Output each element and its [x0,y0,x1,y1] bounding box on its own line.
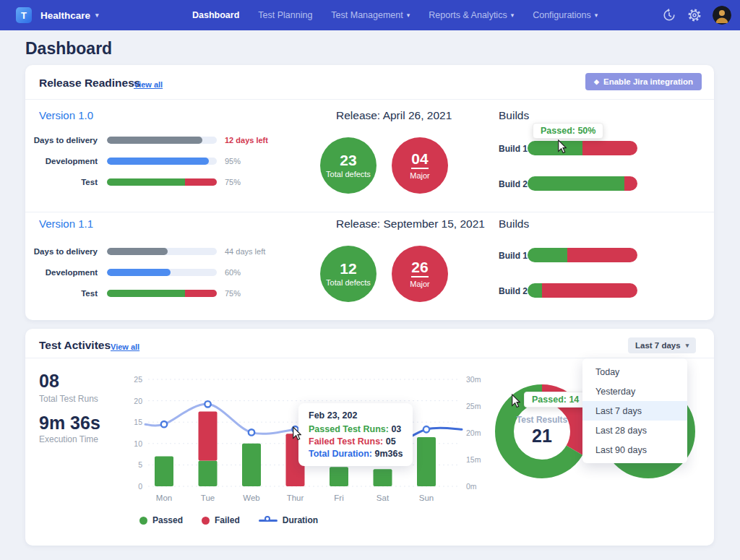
build-label: Build 1 [499,144,528,154]
release-date: Release: April 26, 2021 [336,109,452,122]
svg-text:20m: 20m [466,428,481,437]
donut-center: Test Results 21 [495,415,589,447]
test-activities-title: Test Activites [39,339,111,352]
progress-row-days: Days to delivery 44 days left [25,246,265,257]
svg-text:Sat: Sat [377,494,390,502]
nav-configurations[interactable]: Configurations▾ [533,10,598,20]
build-tooltip: Passed: 50% [533,123,603,139]
main-menu: Dashboard Test Planning Test Management▾… [192,0,598,30]
svg-text:Tue: Tue [201,494,215,502]
dropdown-item-last-7-days[interactable]: Last 7 days [582,401,687,421]
progress-row-development: Development 95% [25,156,241,166]
failed-dot-icon [202,517,210,525]
donut-center-value: 21 [495,426,589,447]
svg-text:20: 20 [134,397,142,405]
period-dropdown-button[interactable]: Last 7 days ▾ [628,337,696,353]
project-selector[interactable]: Healthcare ▾ [40,0,99,30]
execution-time-value: 9m 36s [39,413,100,434]
legend-duration: Duration [259,515,318,525]
donut-center-label: Test Results [495,415,589,425]
svg-text:15m: 15m [466,455,481,464]
svg-text:15: 15 [134,418,142,426]
test-activities-view-all[interactable]: View all [111,343,139,351]
legend-passed: Passed [139,515,183,525]
builds-title: Builds [499,109,529,122]
progress-row-days: Days to delivery 12 days left [25,135,268,145]
build-bar[interactable] [528,283,637,298]
svg-text:Thur: Thur [287,494,304,502]
progress-value: 60% [225,268,241,277]
progress-bar [107,290,217,297]
version-1-0-title: Version 1.0 [39,109,93,121]
nav-reports-analytics[interactable]: Reports & Analytics▾ [429,10,514,20]
total-defects-circle: 23 Total defects [320,137,377,194]
build-bar[interactable] [528,248,637,262]
nav-test-planning[interactable]: Test Planning [258,10,312,20]
dropdown-item-today[interactable]: Today [582,362,687,382]
progress-row-test: Test 75% [25,288,241,298]
cursor-icon [292,426,301,441]
svg-text:Mon: Mon [156,494,172,502]
release-date: Release: September 15, 2021 [336,217,485,231]
cursor-icon [511,394,520,408]
major-defects-circle: 26 Major [392,246,448,302]
svg-text:10: 10 [134,439,142,448]
svg-text:Fri: Fri [334,494,343,502]
gear-icon[interactable] [687,8,702,22]
dropdown-item-yesterday[interactable]: Yesterday [582,382,687,401]
divider [25,99,714,100]
build-label: Build 2 [499,286,528,296]
tooltip-date: Feb 23, 202 [309,410,403,421]
top-nav: T Healthcare ▾ Dashboard Test Planning T… [0,0,740,30]
release-readiness-view-all[interactable]: View all [134,80,163,89]
svg-text:Web: Web [243,494,259,502]
period-dropdown-menu: Today Yesterday Last 7 days Last 28 days… [582,358,687,463]
jira-diamond-icon: ◆ [594,79,599,85]
enable-jira-button[interactable]: ◆ Enable Jira integration [585,73,702,90]
progress-bar [107,269,217,276]
chevron-down-icon: ▾ [511,12,515,19]
build-label: Build 2 [499,179,528,189]
donut-tooltip: Passed: 14 [524,392,587,408]
nav-dashboard[interactable]: Dashboard [192,10,239,20]
duration-line-icon [259,517,278,524]
svg-text:Sun: Sun [419,494,434,502]
logo-letter: T [21,10,27,21]
release-readiness-title: Release Readiness [39,77,140,90]
svg-text:0: 0 [138,482,142,491]
chevron-down-icon: ▾ [407,12,410,19]
test-activities-card: Test Activites View all Last 7 days ▾ 08… [25,329,714,546]
progress-value: 12 days left [225,136,268,145]
progress-value: 44 days left [225,247,265,256]
progress-bar [107,137,217,144]
build-bar[interactable] [528,141,637,155]
dropdown-item-last-90-days[interactable]: Last 90 days [582,440,687,460]
build-bar[interactable] [528,176,637,191]
nav-test-management[interactable]: Test Management▾ [331,10,410,20]
history-icon[interactable] [662,8,676,22]
chart-tooltip: Feb 23, 202 Passed Test Runs: 03 Failed … [298,403,413,466]
app-logo[interactable]: T [16,7,32,23]
total-defects-circle: 12 Total defects [320,246,377,302]
svg-text:25: 25 [134,375,142,384]
legend-failed: Failed [202,515,240,525]
version-1-1-title: Version 1.1 [39,217,93,230]
progress-row-development: Development 60% [25,267,241,277]
dropdown-item-last-28-days[interactable]: Last 28 days [582,421,687,440]
passed-dot-icon [139,517,147,525]
divider [25,212,714,212]
build-label: Build 1 [499,251,528,261]
progress-value: 75% [225,178,241,186]
nav-actions [662,0,731,30]
chart-legend: Passed Failed Duration [139,515,318,525]
avatar[interactable] [713,6,731,25]
chevron-down-icon: ▾ [595,12,598,19]
major-defects-circle: 04 Major [392,137,448,194]
builds-title: Builds [499,217,529,231]
chevron-down-icon: ▾ [95,12,99,19]
chevron-down-icon: ▾ [686,342,689,349]
progress-row-test: Test 75% [25,177,241,187]
progress-bar [107,248,217,255]
project-name: Healthcare [40,10,90,21]
progress-value: 95% [225,157,241,165]
